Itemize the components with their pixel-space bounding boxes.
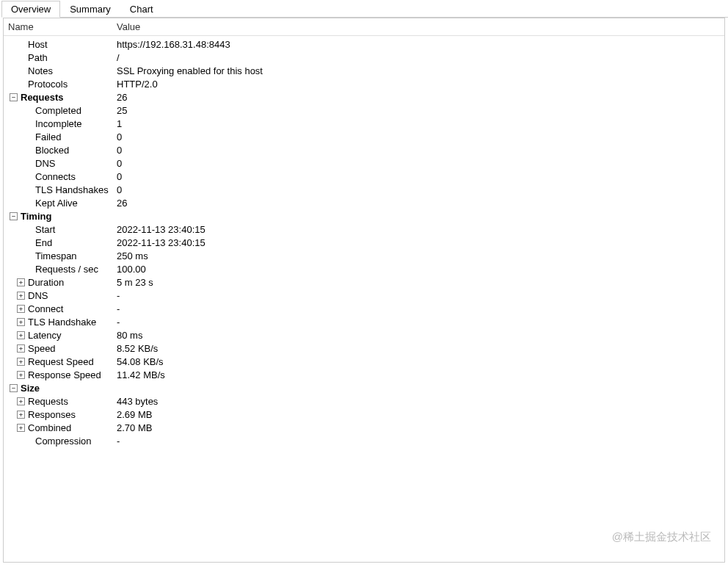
value: 0 xyxy=(114,184,724,195)
row-speed[interactable]: +Speed 8.52 KB/s xyxy=(4,342,724,355)
header-value[interactable]: Value xyxy=(114,21,724,32)
expand-icon[interactable]: + xyxy=(17,358,25,366)
label: Start xyxy=(35,224,55,235)
row-blocked[interactable]: Blocked 0 xyxy=(4,143,724,156)
expand-icon[interactable]: + xyxy=(17,371,25,379)
expand-icon[interactable]: + xyxy=(17,278,25,286)
value: 250 ms xyxy=(114,250,724,261)
value: 0 xyxy=(114,145,724,156)
row-connects[interactable]: Connects 0 xyxy=(4,170,724,183)
row-timing-dns[interactable]: +DNS - xyxy=(4,289,724,302)
label: Requests / sec xyxy=(35,264,98,275)
expand-icon[interactable]: + xyxy=(17,318,25,326)
row-latency[interactable]: +Latency 80 ms xyxy=(4,328,724,342)
row-duration[interactable]: +Duration 5 m 23 s xyxy=(4,275,724,289)
label: Duration xyxy=(28,277,64,288)
tree-grid: Host https://192.168.31.48:8443 Path / N… xyxy=(4,36,724,447)
label: End xyxy=(35,237,52,248)
label: Response Speed xyxy=(28,369,101,380)
label: Notes xyxy=(28,65,53,76)
label: Failed xyxy=(35,131,61,142)
label: Blocked xyxy=(35,145,69,156)
row-completed[interactable]: Completed 25 xyxy=(4,104,724,117)
value: 5 m 23 s xyxy=(114,277,724,288)
collapse-icon[interactable]: − xyxy=(10,384,18,392)
row-notes[interactable]: Notes SSL Proxying enabled for this host xyxy=(4,64,724,77)
expand-icon[interactable]: + xyxy=(17,424,25,432)
value: 26 xyxy=(114,198,724,209)
value: 2022-11-13 23:40:15 xyxy=(114,224,724,235)
row-incomplete[interactable]: Incomplete 1 xyxy=(4,117,724,130)
label: Latency xyxy=(28,330,62,341)
row-tls-handshakes[interactable]: TLS Handshakes 0 xyxy=(4,183,724,196)
collapse-icon[interactable]: − xyxy=(10,212,18,220)
row-compression[interactable]: Compression - xyxy=(4,434,724,447)
tab-summary[interactable]: Summary xyxy=(60,1,120,18)
expand-icon[interactable]: + xyxy=(17,305,25,313)
value: 25 xyxy=(114,105,724,116)
row-timing-connect[interactable]: +Connect - xyxy=(4,302,724,315)
value: - xyxy=(114,436,724,447)
label: Requests xyxy=(28,396,68,407)
watermark-text: @稀土掘金技术社区 xyxy=(612,530,711,544)
expand-icon[interactable]: + xyxy=(17,411,25,419)
label: TLS Handshakes xyxy=(35,184,109,195)
expand-icon[interactable]: + xyxy=(17,331,25,339)
row-size-requests[interactable]: +Requests 443 bytes xyxy=(4,394,724,408)
row-start[interactable]: Start 2022-11-13 23:40:15 xyxy=(4,223,724,236)
row-size-header[interactable]: −Size xyxy=(4,381,724,394)
value: 2.70 MB xyxy=(114,422,724,433)
collapse-icon[interactable]: − xyxy=(10,93,18,101)
row-rps[interactable]: Requests / sec 100.00 xyxy=(4,262,724,275)
row-timing-header[interactable]: −Timing xyxy=(4,209,724,223)
row-path[interactable]: Path / xyxy=(4,51,724,64)
expand-icon[interactable]: + xyxy=(17,397,25,405)
value: SSL Proxying enabled for this host xyxy=(114,65,724,76)
label: Requests xyxy=(21,92,64,103)
tab-overview[interactable]: Overview xyxy=(1,1,60,18)
label: DNS xyxy=(35,158,55,169)
value: - xyxy=(114,303,724,314)
row-requests-header[interactable]: −Requests 26 xyxy=(4,90,724,104)
label: Request Speed xyxy=(28,356,94,367)
row-end[interactable]: End 2022-11-13 23:40:15 xyxy=(4,236,724,249)
value: 54.08 KB/s xyxy=(114,356,724,367)
row-size-responses[interactable]: +Responses 2.69 MB xyxy=(4,408,724,421)
label: Compression xyxy=(35,436,92,447)
label: Timing xyxy=(21,211,51,222)
label: Size xyxy=(21,383,40,394)
label: Combined xyxy=(28,422,71,433)
expand-icon[interactable]: + xyxy=(17,344,25,353)
tab-chart[interactable]: Chart xyxy=(120,1,163,18)
value: 443 bytes xyxy=(114,396,724,407)
value: 26 xyxy=(114,92,724,103)
value: 8.52 KB/s xyxy=(114,343,724,354)
label: Protocols xyxy=(28,79,68,90)
label: Connects xyxy=(35,171,76,182)
row-timespan[interactable]: Timespan 250 ms xyxy=(4,249,724,262)
value: 0 xyxy=(114,131,724,142)
value: - xyxy=(114,290,724,301)
value: 11.42 MB/s xyxy=(114,369,724,380)
header-name[interactable]: Name xyxy=(4,21,114,32)
label: Timespan xyxy=(35,250,77,261)
label: Connect xyxy=(28,303,63,314)
value: 0 xyxy=(114,158,724,169)
table-header: Name Value xyxy=(4,18,724,36)
row-request-speed[interactable]: +Request Speed 54.08 KB/s xyxy=(4,355,724,368)
row-host[interactable]: Host https://192.168.31.48:8443 xyxy=(4,37,724,51)
label: Incomplete xyxy=(35,118,82,129)
row-response-speed[interactable]: +Response Speed 11.42 MB/s xyxy=(4,368,724,381)
row-dns[interactable]: DNS 0 xyxy=(4,156,724,170)
row-protocols[interactable]: Protocols HTTP/2.0 xyxy=(4,77,724,90)
tab-bar: Overview Summary Chart xyxy=(1,0,728,18)
row-timing-tls[interactable]: +TLS Handshake - xyxy=(4,315,724,328)
value: 100.00 xyxy=(114,264,724,275)
value: 1 xyxy=(114,118,724,129)
label: Host xyxy=(28,39,48,50)
row-kept-alive[interactable]: Kept Alive 26 xyxy=(4,196,724,209)
expand-icon[interactable]: + xyxy=(17,292,25,300)
row-size-combined[interactable]: +Combined 2.70 MB xyxy=(4,421,724,434)
value: 0 xyxy=(114,171,724,182)
row-failed[interactable]: Failed 0 xyxy=(4,130,724,143)
